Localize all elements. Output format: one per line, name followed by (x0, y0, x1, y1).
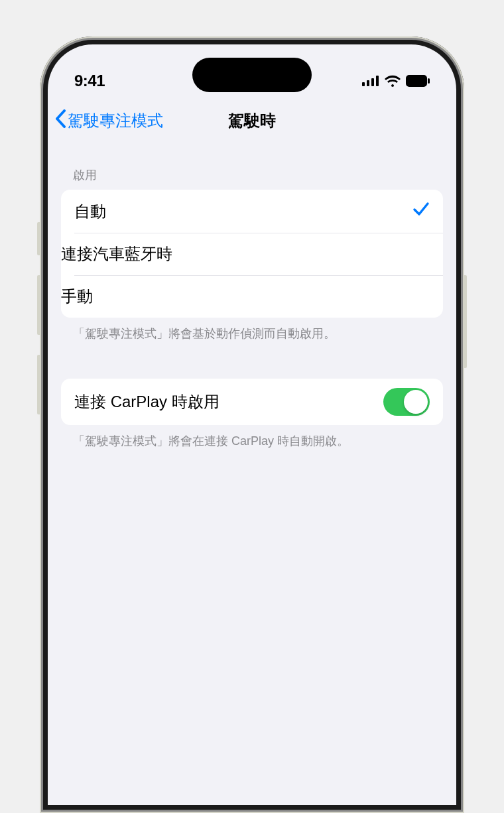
checkmark-icon (412, 200, 430, 222)
back-label: 駕駛專注模式 (68, 110, 163, 131)
svg-rect-5 (428, 78, 430, 84)
chevron-left-icon (54, 109, 66, 132)
svg-rect-2 (371, 78, 374, 86)
option-automatic[interactable]: 自動 (61, 190, 443, 233)
dynamic-island (192, 58, 312, 92)
svg-rect-4 (406, 75, 427, 87)
activation-options-list: 自動 連接汽車藍牙時 手動 (61, 190, 443, 318)
option-car-bluetooth[interactable]: 連接汽車藍牙時 (61, 233, 443, 275)
phone-side-button-right (464, 275, 467, 368)
toggle-label: 連接 CarPlay 時啟用 (74, 391, 220, 412)
section-footer-carplay: 「駕駛專注模式」將會在連接 CarPlay 時自動開啟。 (61, 425, 443, 450)
screen: 9:41 駕駛專注模式 駕駛時 (48, 44, 456, 805)
carplay-toggle-switch[interactable] (383, 388, 430, 416)
status-icons (362, 75, 430, 87)
option-manual[interactable]: 手動 (61, 275, 443, 318)
section-header-activate: 啟用 (61, 141, 443, 190)
carplay-toggle-row[interactable]: 連接 CarPlay 時啟用 (61, 379, 443, 425)
wifi-icon (385, 75, 401, 87)
option-label: 自動 (74, 201, 106, 222)
back-button[interactable]: 駕駛專注模式 (54, 109, 163, 132)
page-title: 駕駛時 (228, 110, 276, 131)
navigation-bar: 駕駛專注模式 駕駛時 (48, 101, 456, 141)
battery-icon (406, 75, 430, 87)
svg-rect-3 (376, 76, 379, 86)
cellular-signal-icon (362, 76, 379, 86)
svg-rect-1 (367, 80, 369, 86)
section-footer-activate: 「駕駛專注模式」將會基於動作偵測而自動啟用。 (61, 318, 443, 342)
status-time: 9:41 (74, 72, 105, 90)
phone-frame: 9:41 駕駛專注模式 駕駛時 (40, 36, 464, 813)
option-label: 連接汽車藍牙時 (61, 243, 172, 265)
toggle-knob (404, 390, 428, 414)
svg-rect-0 (362, 82, 365, 86)
phone-side-buttons-left (37, 222, 40, 434)
option-label: 手動 (61, 286, 93, 307)
